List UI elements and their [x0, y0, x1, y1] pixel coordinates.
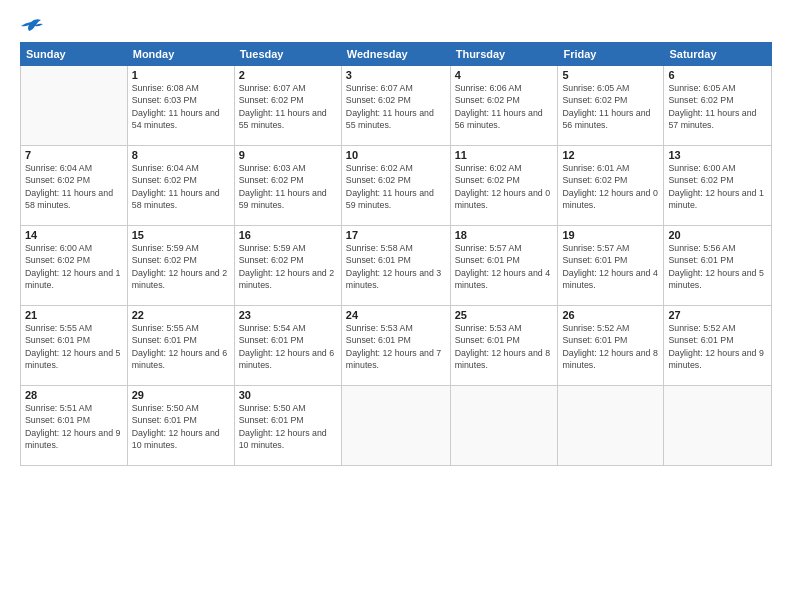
- table-row: 10Sunrise: 6:02 AMSunset: 6:02 PMDayligh…: [341, 146, 450, 226]
- day-info: Sunrise: 5:51 AMSunset: 6:01 PMDaylight:…: [25, 402, 123, 451]
- col-friday: Friday: [558, 43, 664, 66]
- calendar-header-row: Sunday Monday Tuesday Wednesday Thursday…: [21, 43, 772, 66]
- col-wednesday: Wednesday: [341, 43, 450, 66]
- logo: [20, 18, 44, 36]
- col-sunday: Sunday: [21, 43, 128, 66]
- day-number: 17: [346, 229, 446, 241]
- day-number: 8: [132, 149, 230, 161]
- page: Sunday Monday Tuesday Wednesday Thursday…: [0, 0, 792, 612]
- table-row: 13Sunrise: 6:00 AMSunset: 6:02 PMDayligh…: [664, 146, 772, 226]
- table-row: 22Sunrise: 5:55 AMSunset: 6:01 PMDayligh…: [127, 306, 234, 386]
- day-info: Sunrise: 5:52 AMSunset: 6:01 PMDaylight:…: [668, 322, 767, 371]
- day-number: 18: [455, 229, 554, 241]
- day-info: Sunrise: 5:53 AMSunset: 6:01 PMDaylight:…: [455, 322, 554, 371]
- day-number: 20: [668, 229, 767, 241]
- table-row: 19Sunrise: 5:57 AMSunset: 6:01 PMDayligh…: [558, 226, 664, 306]
- day-number: 14: [25, 229, 123, 241]
- col-saturday: Saturday: [664, 43, 772, 66]
- calendar-table: Sunday Monday Tuesday Wednesday Thursday…: [20, 42, 772, 466]
- day-info: Sunrise: 6:06 AMSunset: 6:02 PMDaylight:…: [455, 82, 554, 131]
- day-number: 6: [668, 69, 767, 81]
- calendar-week-row: 28Sunrise: 5:51 AMSunset: 6:01 PMDayligh…: [21, 386, 772, 466]
- day-number: 2: [239, 69, 337, 81]
- table-row: 30Sunrise: 5:50 AMSunset: 6:01 PMDayligh…: [234, 386, 341, 466]
- day-info: Sunrise: 5:59 AMSunset: 6:02 PMDaylight:…: [239, 242, 337, 291]
- table-row: 14Sunrise: 6:00 AMSunset: 6:02 PMDayligh…: [21, 226, 128, 306]
- table-row: 15Sunrise: 5:59 AMSunset: 6:02 PMDayligh…: [127, 226, 234, 306]
- day-info: Sunrise: 6:01 AMSunset: 6:02 PMDaylight:…: [562, 162, 659, 211]
- day-number: 27: [668, 309, 767, 321]
- day-info: Sunrise: 6:03 AMSunset: 6:02 PMDaylight:…: [239, 162, 337, 211]
- calendar-week-row: 21Sunrise: 5:55 AMSunset: 6:01 PMDayligh…: [21, 306, 772, 386]
- day-number: 30: [239, 389, 337, 401]
- day-number: 22: [132, 309, 230, 321]
- table-row: 24Sunrise: 5:53 AMSunset: 6:01 PMDayligh…: [341, 306, 450, 386]
- table-row: [558, 386, 664, 466]
- table-row: 4Sunrise: 6:06 AMSunset: 6:02 PMDaylight…: [450, 66, 558, 146]
- day-info: Sunrise: 6:04 AMSunset: 6:02 PMDaylight:…: [132, 162, 230, 211]
- col-tuesday: Tuesday: [234, 43, 341, 66]
- day-info: Sunrise: 5:50 AMSunset: 6:01 PMDaylight:…: [132, 402, 230, 451]
- logo-text-area: [20, 18, 44, 36]
- table-row: 12Sunrise: 6:01 AMSunset: 6:02 PMDayligh…: [558, 146, 664, 226]
- day-number: 25: [455, 309, 554, 321]
- table-row: 1Sunrise: 6:08 AMSunset: 6:03 PMDaylight…: [127, 66, 234, 146]
- table-row: 29Sunrise: 5:50 AMSunset: 6:01 PMDayligh…: [127, 386, 234, 466]
- day-info: Sunrise: 6:02 AMSunset: 6:02 PMDaylight:…: [455, 162, 554, 211]
- table-row: 28Sunrise: 5:51 AMSunset: 6:01 PMDayligh…: [21, 386, 128, 466]
- day-number: 21: [25, 309, 123, 321]
- day-number: 16: [239, 229, 337, 241]
- table-row: 27Sunrise: 5:52 AMSunset: 6:01 PMDayligh…: [664, 306, 772, 386]
- day-info: Sunrise: 5:57 AMSunset: 6:01 PMDaylight:…: [455, 242, 554, 291]
- day-number: 5: [562, 69, 659, 81]
- day-number: 28: [25, 389, 123, 401]
- table-row: [450, 386, 558, 466]
- day-info: Sunrise: 5:54 AMSunset: 6:01 PMDaylight:…: [239, 322, 337, 371]
- day-info: Sunrise: 6:07 AMSunset: 6:02 PMDaylight:…: [239, 82, 337, 131]
- day-number: 19: [562, 229, 659, 241]
- day-info: Sunrise: 5:53 AMSunset: 6:01 PMDaylight:…: [346, 322, 446, 371]
- day-number: 12: [562, 149, 659, 161]
- table-row: 17Sunrise: 5:58 AMSunset: 6:01 PMDayligh…: [341, 226, 450, 306]
- table-row: 5Sunrise: 6:05 AMSunset: 6:02 PMDaylight…: [558, 66, 664, 146]
- day-number: 13: [668, 149, 767, 161]
- logo-bird-icon: [21, 18, 43, 36]
- day-info: Sunrise: 6:05 AMSunset: 6:02 PMDaylight:…: [562, 82, 659, 131]
- table-row: [664, 386, 772, 466]
- day-info: Sunrise: 5:55 AMSunset: 6:01 PMDaylight:…: [25, 322, 123, 371]
- table-row: 11Sunrise: 6:02 AMSunset: 6:02 PMDayligh…: [450, 146, 558, 226]
- day-info: Sunrise: 6:00 AMSunset: 6:02 PMDaylight:…: [25, 242, 123, 291]
- day-info: Sunrise: 5:59 AMSunset: 6:02 PMDaylight:…: [132, 242, 230, 291]
- day-number: 4: [455, 69, 554, 81]
- day-info: Sunrise: 5:57 AMSunset: 6:01 PMDaylight:…: [562, 242, 659, 291]
- table-row: [21, 66, 128, 146]
- table-row: [341, 386, 450, 466]
- table-row: 20Sunrise: 5:56 AMSunset: 6:01 PMDayligh…: [664, 226, 772, 306]
- table-row: 26Sunrise: 5:52 AMSunset: 6:01 PMDayligh…: [558, 306, 664, 386]
- header: [20, 18, 772, 36]
- table-row: 2Sunrise: 6:07 AMSunset: 6:02 PMDaylight…: [234, 66, 341, 146]
- day-info: Sunrise: 6:05 AMSunset: 6:02 PMDaylight:…: [668, 82, 767, 131]
- day-info: Sunrise: 6:08 AMSunset: 6:03 PMDaylight:…: [132, 82, 230, 131]
- day-info: Sunrise: 6:00 AMSunset: 6:02 PMDaylight:…: [668, 162, 767, 211]
- table-row: 9Sunrise: 6:03 AMSunset: 6:02 PMDaylight…: [234, 146, 341, 226]
- day-info: Sunrise: 5:56 AMSunset: 6:01 PMDaylight:…: [668, 242, 767, 291]
- day-number: 1: [132, 69, 230, 81]
- day-info: Sunrise: 6:07 AMSunset: 6:02 PMDaylight:…: [346, 82, 446, 131]
- day-info: Sunrise: 6:04 AMSunset: 6:02 PMDaylight:…: [25, 162, 123, 211]
- table-row: 25Sunrise: 5:53 AMSunset: 6:01 PMDayligh…: [450, 306, 558, 386]
- table-row: 6Sunrise: 6:05 AMSunset: 6:02 PMDaylight…: [664, 66, 772, 146]
- table-row: 16Sunrise: 5:59 AMSunset: 6:02 PMDayligh…: [234, 226, 341, 306]
- calendar-week-row: 1Sunrise: 6:08 AMSunset: 6:03 PMDaylight…: [21, 66, 772, 146]
- day-info: Sunrise: 5:58 AMSunset: 6:01 PMDaylight:…: [346, 242, 446, 291]
- day-number: 11: [455, 149, 554, 161]
- day-number: 9: [239, 149, 337, 161]
- day-number: 24: [346, 309, 446, 321]
- day-number: 15: [132, 229, 230, 241]
- day-number: 23: [239, 309, 337, 321]
- day-number: 3: [346, 69, 446, 81]
- day-number: 26: [562, 309, 659, 321]
- day-info: Sunrise: 5:50 AMSunset: 6:01 PMDaylight:…: [239, 402, 337, 451]
- table-row: 18Sunrise: 5:57 AMSunset: 6:01 PMDayligh…: [450, 226, 558, 306]
- calendar-week-row: 7Sunrise: 6:04 AMSunset: 6:02 PMDaylight…: [21, 146, 772, 226]
